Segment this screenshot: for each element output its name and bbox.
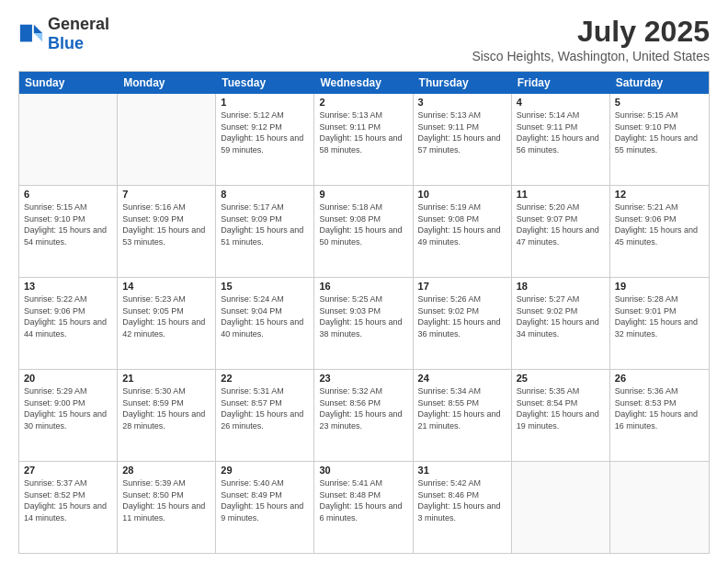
day-info: Sunrise: 5:17 AMSunset: 9:09 PMDaylight:…: [221, 201, 309, 247]
day-number: 13: [24, 281, 112, 292]
day-cell-23: 23Sunrise: 5:32 AMSunset: 8:56 PMDayligh…: [314, 370, 413, 461]
day-number: 22: [221, 373, 309, 384]
day-info: Sunrise: 5:25 AMSunset: 9:03 PMDaylight:…: [319, 293, 407, 339]
day-info: Sunrise: 5:23 AMSunset: 9:05 PMDaylight:…: [122, 293, 210, 339]
day-info: Sunrise: 5:20 AMSunset: 9:07 PMDaylight:…: [517, 201, 605, 247]
title-block: July 2025 Sisco Heights, Washington, Uni…: [472, 15, 710, 63]
day-number: 21: [122, 373, 210, 384]
day-cell-5: 5Sunrise: 5:15 AMSunset: 9:10 PMDaylight…: [610, 94, 709, 185]
day-number: 29: [221, 465, 309, 476]
day-number: 24: [418, 373, 506, 384]
empty-cell: [512, 462, 610, 553]
svg-marker-1: [34, 33, 42, 41]
day-cell-24: 24Sunrise: 5:34 AMSunset: 8:55 PMDayligh…: [414, 370, 512, 461]
day-cell-4: 4Sunrise: 5:14 AMSunset: 9:11 PMDaylight…: [512, 94, 610, 185]
day-info: Sunrise: 5:21 AMSunset: 9:06 PMDaylight:…: [615, 201, 704, 247]
day-info: Sunrise: 5:29 AMSunset: 9:00 PMDaylight:…: [24, 385, 112, 431]
header-day-monday: Monday: [118, 72, 216, 94]
day-info: Sunrise: 5:19 AMSunset: 9:08 PMDaylight:…: [418, 201, 506, 247]
day-info: Sunrise: 5:15 AMSunset: 9:10 PMDaylight:…: [615, 109, 704, 155]
day-info: Sunrise: 5:24 AMSunset: 9:04 PMDaylight:…: [221, 293, 309, 339]
logo-icon: [18, 21, 44, 47]
header: General Blue July 2025 Sisco Heights, Wa…: [18, 15, 710, 63]
day-number: 9: [319, 189, 407, 200]
day-info: Sunrise: 5:32 AMSunset: 8:56 PMDaylight:…: [319, 385, 407, 431]
day-info: Sunrise: 5:27 AMSunset: 9:02 PMDaylight:…: [517, 293, 605, 339]
week-1: 1Sunrise: 5:12 AMSunset: 9:12 PMDaylight…: [19, 94, 709, 186]
svg-marker-0: [34, 25, 42, 33]
day-info: Sunrise: 5:13 AMSunset: 9:11 PMDaylight:…: [418, 109, 506, 155]
day-info: Sunrise: 5:13 AMSunset: 9:11 PMDaylight:…: [319, 109, 407, 155]
empty-cell: [118, 94, 216, 185]
day-number: 8: [221, 189, 309, 200]
day-info: Sunrise: 5:15 AMSunset: 9:10 PMDaylight:…: [24, 201, 112, 247]
day-cell-1: 1Sunrise: 5:12 AMSunset: 9:12 PMDaylight…: [216, 94, 314, 185]
day-cell-18: 18Sunrise: 5:27 AMSunset: 9:02 PMDayligh…: [512, 278, 610, 369]
day-info: Sunrise: 5:36 AMSunset: 8:53 PMDaylight:…: [615, 385, 704, 431]
logo-blue: Blue: [48, 34, 109, 53]
calendar-body: 1Sunrise: 5:12 AMSunset: 9:12 PMDaylight…: [19, 94, 709, 553]
day-number: 14: [122, 281, 210, 292]
logo-text: General Blue: [48, 15, 109, 53]
day-info: Sunrise: 5:41 AMSunset: 8:48 PMDaylight:…: [319, 477, 407, 523]
day-info: Sunrise: 5:39 AMSunset: 8:50 PMDaylight:…: [122, 477, 210, 523]
day-number: 20: [24, 373, 112, 384]
day-number: 7: [122, 189, 210, 200]
calendar-header: SundayMondayTuesdayWednesdayThursdayFrid…: [19, 72, 709, 94]
day-info: Sunrise: 5:26 AMSunset: 9:02 PMDaylight:…: [418, 293, 506, 339]
day-info: Sunrise: 5:28 AMSunset: 9:01 PMDaylight:…: [615, 293, 704, 339]
day-cell-22: 22Sunrise: 5:31 AMSunset: 8:57 PMDayligh…: [216, 370, 314, 461]
day-number: 4: [517, 97, 605, 108]
day-cell-27: 27Sunrise: 5:37 AMSunset: 8:52 PMDayligh…: [19, 462, 118, 553]
day-number: 26: [615, 373, 704, 384]
day-number: 15: [221, 281, 309, 292]
day-cell-17: 17Sunrise: 5:26 AMSunset: 9:02 PMDayligh…: [414, 278, 512, 369]
empty-cell: [610, 462, 709, 553]
day-number: 11: [517, 189, 605, 200]
day-number: 23: [319, 373, 407, 384]
week-2: 6Sunrise: 5:15 AMSunset: 9:10 PMDaylight…: [19, 186, 709, 278]
day-number: 6: [24, 189, 112, 200]
header-day-wednesday: Wednesday: [314, 72, 413, 94]
day-info: Sunrise: 5:22 AMSunset: 9:06 PMDaylight:…: [24, 293, 112, 339]
day-info: Sunrise: 5:30 AMSunset: 8:59 PMDaylight:…: [122, 385, 210, 431]
day-info: Sunrise: 5:34 AMSunset: 8:55 PMDaylight:…: [418, 385, 506, 431]
day-number: 17: [418, 281, 506, 292]
day-info: Sunrise: 5:16 AMSunset: 9:09 PMDaylight:…: [122, 201, 210, 247]
header-day-thursday: Thursday: [414, 72, 512, 94]
empty-cell: [19, 94, 118, 185]
day-cell-26: 26Sunrise: 5:36 AMSunset: 8:53 PMDayligh…: [610, 370, 709, 461]
day-info: Sunrise: 5:14 AMSunset: 9:11 PMDaylight:…: [517, 109, 605, 155]
day-cell-9: 9Sunrise: 5:18 AMSunset: 9:08 PMDaylight…: [314, 186, 413, 277]
day-cell-6: 6Sunrise: 5:15 AMSunset: 9:10 PMDaylight…: [19, 186, 118, 277]
day-info: Sunrise: 5:35 AMSunset: 8:54 PMDaylight:…: [517, 385, 605, 431]
day-cell-10: 10Sunrise: 5:19 AMSunset: 9:08 PMDayligh…: [414, 186, 512, 277]
day-number: 19: [615, 281, 704, 292]
week-3: 13Sunrise: 5:22 AMSunset: 9:06 PMDayligh…: [19, 278, 709, 370]
day-number: 1: [221, 97, 309, 108]
day-cell-16: 16Sunrise: 5:25 AMSunset: 9:03 PMDayligh…: [314, 278, 413, 369]
day-number: 25: [517, 373, 605, 384]
day-cell-12: 12Sunrise: 5:21 AMSunset: 9:06 PMDayligh…: [610, 186, 709, 277]
day-number: 28: [122, 465, 210, 476]
header-day-friday: Friday: [512, 72, 610, 94]
day-number: 30: [319, 465, 407, 476]
day-number: 10: [418, 189, 506, 200]
day-cell-29: 29Sunrise: 5:40 AMSunset: 8:49 PMDayligh…: [216, 462, 314, 553]
day-cell-28: 28Sunrise: 5:39 AMSunset: 8:50 PMDayligh…: [118, 462, 216, 553]
day-info: Sunrise: 5:12 AMSunset: 9:12 PMDaylight:…: [221, 109, 309, 155]
day-number: 31: [418, 465, 506, 476]
day-number: 12: [615, 189, 704, 200]
week-4: 20Sunrise: 5:29 AMSunset: 9:00 PMDayligh…: [19, 370, 709, 462]
day-cell-14: 14Sunrise: 5:23 AMSunset: 9:05 PMDayligh…: [118, 278, 216, 369]
day-number: 18: [517, 281, 605, 292]
day-number: 2: [319, 97, 407, 108]
svg-rect-2: [20, 25, 32, 42]
logo-general: General: [48, 15, 109, 34]
day-number: 5: [615, 97, 704, 108]
day-cell-13: 13Sunrise: 5:22 AMSunset: 9:06 PMDayligh…: [19, 278, 118, 369]
day-cell-30: 30Sunrise: 5:41 AMSunset: 8:48 PMDayligh…: [314, 462, 413, 553]
day-number: 16: [319, 281, 407, 292]
month-title: July 2025: [472, 15, 710, 49]
day-cell-31: 31Sunrise: 5:42 AMSunset: 8:46 PMDayligh…: [414, 462, 512, 553]
